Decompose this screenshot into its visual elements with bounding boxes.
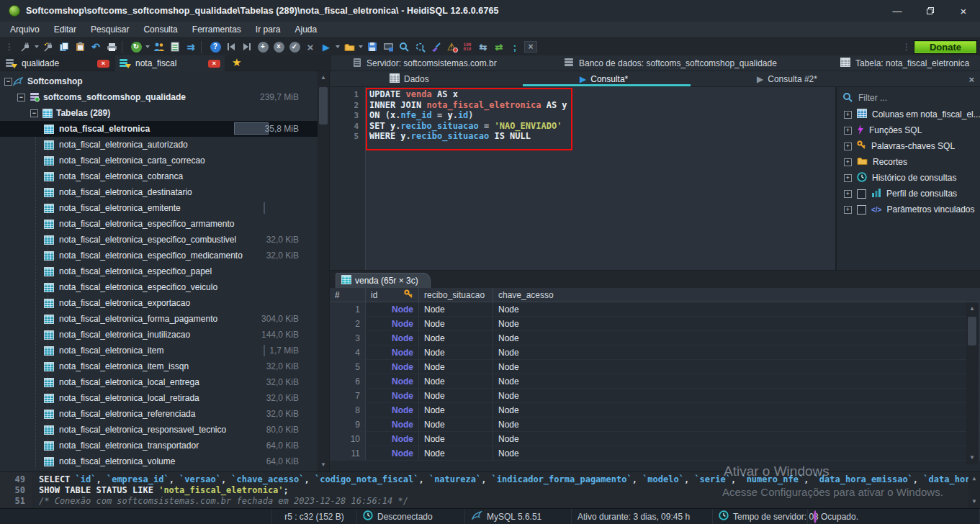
dropdown-chevron-icon[interactable] <box>358 40 364 54</box>
save-snippet-icon[interactable] <box>381 40 395 54</box>
cleanup-icon[interactable] <box>428 40 443 54</box>
menu-item-consulta[interactable]: Consulta <box>136 23 184 36</box>
donate-button[interactable]: Donate <box>914 40 977 54</box>
helpers-item-lightning[interactable]: +Funções SQL <box>837 122 980 138</box>
tree-row[interactable]: nota_fiscal_eletronica_volume64,0 KiB <box>0 453 318 469</box>
copy-icon[interactable] <box>57 40 71 54</box>
helpers-item-table[interactable]: +Colunas em nota_fiscal_el... <box>837 107 980 122</box>
tree-row[interactable]: nota_fiscal_eletronica_referenciada32,0 … <box>0 406 318 422</box>
dropdown-chevron-icon[interactable] <box>34 40 40 54</box>
tree-row[interactable]: nota_fiscal_eletronica35,8 MiB <box>0 121 318 137</box>
tab-dados[interactable]: Dados <box>390 71 429 87</box>
close-tab-icon[interactable]: × <box>208 60 220 68</box>
tree-row[interactable]: −Softcomshop <box>0 73 318 89</box>
collapse-icon[interactable]: − <box>4 78 12 86</box>
open-file-icon[interactable] <box>342 40 356 54</box>
tree-row[interactable]: nota_fiscal_eletronica_autorizado <box>0 137 318 153</box>
grid-scrollbar-thumb[interactable] <box>968 317 976 345</box>
table-row[interactable]: 3NodeNodeNode <box>330 331 980 345</box>
tree-row[interactable]: nota_fiscal_eletronica_transportador64,0… <box>0 438 318 453</box>
helpers-item-bar-chart[interactable]: +Perfil de consultas <box>837 186 980 202</box>
expand-icon[interactable]: + <box>844 158 852 166</box>
tree-row[interactable]: nota_fiscal_eletronica_carta_correcao <box>0 153 318 168</box>
table-row[interactable]: 1NodeNodeNode <box>330 302 980 317</box>
tree-row[interactable]: nota_fiscal_eletronica_item1,7 MiB <box>0 343 318 358</box>
checkbox[interactable] <box>857 189 866 199</box>
column-header-id[interactable]: id <box>366 288 419 302</box>
cell-recibo-situacao[interactable]: Node <box>419 302 493 317</box>
expand-icon[interactable]: + <box>844 174 852 182</box>
favorite-star-icon[interactable]: ★ <box>232 56 241 69</box>
find-replace-icon[interactable] <box>413 40 427 54</box>
scroll-up-icon[interactable]: ▲ <box>968 474 980 484</box>
tree-row[interactable]: nota_fiscal_eletronica_item_issqn32,0 Ki… <box>0 358 318 374</box>
collapse-icon[interactable]: − <box>17 94 25 101</box>
cell-recibo-situacao[interactable]: Node <box>419 403 493 417</box>
cell-chave-acesso[interactable]: Node <box>493 403 980 417</box>
expand-icon[interactable]: + <box>844 127 852 135</box>
result-tab-venda[interactable]: venda (65r × 3c) <box>336 273 431 288</box>
tree-row[interactable]: −softcoms_softcomshop_qualidade239,7 MiB <box>0 89 318 105</box>
cell-id[interactable]: Node <box>366 317 419 331</box>
cell-chave-acesso[interactable]: Node <box>493 345 980 360</box>
close-query-tab-icon[interactable]: × <box>968 71 974 87</box>
cell-chave-acesso[interactable]: Node <box>493 331 980 345</box>
cell-chave-acesso[interactable]: Node <box>493 389 980 403</box>
connect-icon[interactable] <box>18 40 32 54</box>
run-query-icon[interactable]: ▶ <box>319 40 333 54</box>
cell-chave-acesso[interactable]: Node <box>493 446 980 461</box>
table-row[interactable]: 11NodeNodeNode <box>330 446 980 461</box>
cell-chave-acesso[interactable]: Node <box>493 360 980 374</box>
expand-icon[interactable]: + <box>844 111 852 119</box>
refresh-sql-icon[interactable]: ⇄ <box>492 40 506 54</box>
export-csv-icon[interactable] <box>168 40 182 54</box>
dropdown-chevron-icon[interactable] <box>335 40 341 54</box>
cell-chave-acesso[interactable]: Node <box>493 417 980 432</box>
expand-icon[interactable]: + <box>844 143 852 150</box>
cell-recibo-situacao[interactable]: Node <box>419 389 493 403</box>
user-manager-icon[interactable] <box>152 40 166 54</box>
tree-row[interactable]: nota_fiscal_eletronica_inutilizacao144,0… <box>0 327 318 343</box>
menu-item-ajuda[interactable]: Ajuda <box>288 23 325 36</box>
nav-first-icon[interactable] <box>224 40 238 54</box>
database-stack-tab[interactable]: Banco de dados: softcoms_softcomshop_qua… <box>564 55 777 71</box>
find-icon[interactable] <box>397 40 411 54</box>
tree-row[interactable]: nota_fiscal_eletronica_especifico_papel <box>0 263 318 279</box>
close-button[interactable]: × <box>947 0 980 22</box>
reformat-icon[interactable]: ⇆ <box>476 40 490 54</box>
tree-scrollbar-thumb[interactable] <box>319 87 328 125</box>
scroll-down-icon[interactable]: ▼ <box>968 497 980 507</box>
tree-row[interactable]: nota_fiscal_eletronica_emitente <box>0 200 318 216</box>
helpers-item-code[interactable]: +</>Parâmetros vinculados <box>837 202 980 217</box>
restore-button[interactable] <box>914 0 947 22</box>
dropdown-chevron-icon[interactable] <box>145 40 150 54</box>
help-icon[interactable]: ? <box>208 40 222 54</box>
cell-id[interactable]: Node <box>366 331 419 345</box>
cell-id[interactable]: Node <box>366 403 419 417</box>
table-row[interactable]: 6NodeNodeNode <box>330 374 980 389</box>
grid-scrollbar[interactable]: ▲ ▼ <box>966 302 978 464</box>
tree-row[interactable]: nota_fiscal_eletronica_exportacao <box>0 295 318 311</box>
cell-chave-acesso[interactable]: Node <box>493 302 980 317</box>
expand-icon[interactable]: + <box>844 206 852 214</box>
table-row[interactable]: 4NodeNodeNode <box>330 345 980 360</box>
cell-id[interactable]: Node <box>366 417 419 432</box>
close-tab-icon[interactable]: × <box>97 60 109 68</box>
menu-item-arquivo[interactable]: Arquivo <box>3 23 47 36</box>
expand-icon[interactable]: + <box>844 190 852 198</box>
tree-row[interactable]: nota_fiscal_eletronica_destinatario <box>0 184 318 200</box>
paste-icon[interactable] <box>73 40 87 54</box>
column-header-recibo_situacao[interactable]: recibo_situacao <box>419 288 493 302</box>
scroll-down-icon[interactable]: ▼ <box>966 453 978 463</box>
tree-row[interactable]: nota_fiscal_eletronica_especifico_armame… <box>0 216 318 232</box>
cell-recibo-situacao[interactable]: Node <box>419 417 493 432</box>
grip-handle[interactable]: ⋮ <box>2 40 17 54</box>
cell-recibo-situacao[interactable]: Node <box>419 374 493 389</box>
row-save-icon[interactable]: ✓ <box>287 40 302 54</box>
menu-item-ferramentas[interactable]: Ferramentas <box>185 23 248 36</box>
tree-row[interactable]: nota_fiscal_eletronica_especifico_medica… <box>0 248 318 263</box>
table-row[interactable]: 2NodeNodeNode <box>330 317 980 331</box>
row-cancel-icon[interactable]: × <box>271 40 286 54</box>
delimiter-icon[interactable]: ; <box>508 40 522 54</box>
tree-row[interactable]: nota_fiscal_eletronica_cobranca <box>0 168 318 184</box>
